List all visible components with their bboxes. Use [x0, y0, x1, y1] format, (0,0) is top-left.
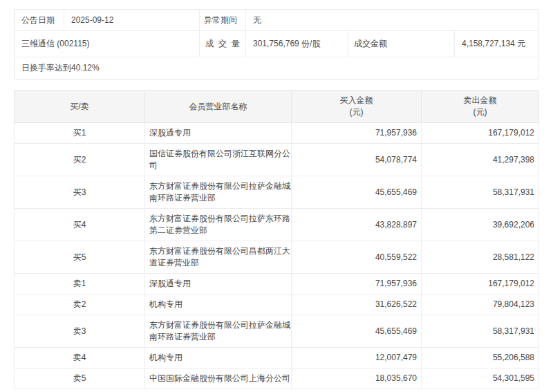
- table-row: 卖2 机构专用 31,626,522 79,804,123: [15, 295, 539, 315]
- sell-amount-cell: 167,179,012: [422, 123, 539, 144]
- summary-row-3: 日换手率达到40.12%: [15, 57, 538, 79]
- column-header-rank: 买/卖: [15, 91, 145, 123]
- broker-cell: 深股通专用: [145, 274, 292, 295]
- buy-amount-cell: 71,957,936: [292, 274, 422, 295]
- broker-cell: 东方财富证券股份有限公司昌都两江大道证券营业部: [145, 241, 292, 274]
- table-row: 买5 东方财富证券股份有限公司昌都两江大道证券营业部 40,559,522 28…: [15, 241, 539, 274]
- sell-amount-cell: 167,179,012: [422, 274, 539, 295]
- abnormal-period-value: 无: [246, 10, 538, 30]
- buy-amount-cell: 40,559,522: [292, 241, 422, 274]
- column-header-sell-unit: (元): [422, 106, 538, 118]
- announce-date-value: 2025-09-12: [64, 10, 200, 30]
- rank-cell: 卖5: [15, 368, 145, 389]
- buy-amount-cell: 12,007,479: [292, 348, 422, 368]
- summary-row-1: 公告日期 2025-09-12 异常期间 无: [15, 10, 538, 30]
- table-row: 卖5 中国国际金融股份有限公司上海分公司 18,035,670 54,301,5…: [15, 368, 539, 389]
- table-row: 买4 东方财富证券股份有限公司拉萨东环路第二证券营业部 43,828,897 3…: [15, 209, 539, 241]
- sell-amount-cell: 54,301,595: [422, 368, 539, 389]
- sell-amount-cell: 58,317,931: [422, 176, 539, 209]
- buy-amount-cell: 43,828,897: [292, 209, 422, 241]
- rank-cell: 买3: [15, 176, 145, 209]
- turnover-label: 成交金额: [348, 31, 455, 57]
- rank-cell: 卖4: [15, 348, 145, 368]
- sell-amount-cell: 79,804,123: [422, 295, 539, 315]
- table-header-row: 买/卖 会员营业部名称 买入金额 (元) 卖出金额 (元): [15, 91, 539, 123]
- rank-cell: 卖1: [15, 274, 145, 295]
- rank-cell: 买5: [15, 241, 145, 274]
- column-header-buy: 买入金额 (元): [292, 91, 422, 123]
- rank-cell: 卖2: [15, 295, 145, 315]
- rank-cell: 买4: [15, 209, 145, 241]
- table-row: 卖3 东方财富证券股份有限公司拉萨金融城南环路证券营业部 45,655,469 …: [15, 315, 539, 348]
- broker-cell: 国信证券股份有限公司浙江互联网分公司: [145, 144, 292, 176]
- sell-amount-cell: 28,581,122: [422, 241, 539, 274]
- sell-amount-cell: 55,206,588: [422, 348, 539, 368]
- buy-amount-cell: 31,626,522: [292, 295, 422, 315]
- rank-cell: 买1: [15, 123, 145, 144]
- broker-cell: 东方财富证券股份有限公司拉萨金融城南环路证券营业部: [145, 176, 292, 209]
- announce-date-label: 公告日期: [15, 10, 64, 30]
- table-row: 卖4 机构专用 12,007,479 55,206,588: [15, 348, 539, 368]
- broker-ranking-table: 买/卖 会员营业部名称 买入金额 (元) 卖出金额 (元) 买1 深股通专用 7…: [14, 90, 539, 389]
- broker-cell: 机构专用: [145, 348, 292, 368]
- column-header-sell-label: 卖出金额: [422, 95, 538, 106]
- table-row: 卖1 深股通专用 71,957,936 167,179,012: [15, 274, 539, 295]
- summary-row-2: 三维通信 (002115) 成交量 301,756,769 份/股 成交金额 4…: [15, 30, 538, 57]
- column-header-broker: 会员营业部名称: [145, 91, 292, 123]
- table-row: 买2 国信证券股份有限公司浙江互联网分公司 54,078,774 41,297,…: [15, 144, 539, 176]
- table-row: 买1 深股通专用 71,957,936 167,179,012: [15, 123, 539, 144]
- sell-amount-cell: 58,317,931: [422, 315, 539, 348]
- column-header-buy-unit: (元): [292, 106, 421, 118]
- rank-cell: 卖3: [15, 315, 145, 348]
- stock-name: 三维通信 (002115): [15, 31, 200, 57]
- column-header-rank-label: 买/卖: [15, 101, 144, 113]
- abnormal-period-label: 异常期间: [200, 10, 246, 30]
- volume-label: 成交量: [200, 31, 246, 57]
- broker-cell: 中国国际金融股份有限公司上海分公司: [145, 368, 292, 389]
- broker-cell: 深股通专用: [145, 123, 292, 144]
- column-header-broker-label: 会员营业部名称: [145, 101, 291, 113]
- table-row: 买3 东方财富证券股份有限公司拉萨金融城南环路证券营业部 45,655,469 …: [15, 176, 539, 209]
- broker-cell: 东方财富证券股份有限公司拉萨金融城南环路证券营业部: [145, 315, 292, 348]
- buy-amount-cell: 54,078,774: [292, 144, 422, 176]
- broker-cell: 机构专用: [145, 295, 292, 315]
- sell-amount-cell: 41,297,398: [422, 144, 539, 176]
- sell-amount-cell: 39,692,206: [422, 209, 539, 241]
- rank-cell: 买2: [15, 144, 145, 176]
- broker-cell: 东方财富证券股份有限公司拉萨东环路第二证券营业部: [145, 209, 292, 241]
- buy-amount-cell: 71,957,936: [292, 123, 422, 144]
- volume-value: 301,756,769 份/股: [246, 31, 348, 57]
- turnover-value: 4,158,727,134 元: [455, 31, 538, 57]
- buy-amount-cell: 45,655,469: [292, 315, 422, 348]
- summary-panel: 公告日期 2025-09-12 异常期间 无 三维通信 (002115) 成交量…: [14, 9, 538, 80]
- column-header-sell: 卖出金额 (元): [422, 91, 539, 123]
- buy-amount-cell: 45,655,469: [292, 176, 422, 209]
- column-header-buy-label: 买入金额: [292, 95, 421, 106]
- buy-amount-cell: 18,035,670: [292, 368, 422, 389]
- turnover-rate-note: 日换手率达到40.12%: [15, 57, 538, 79]
